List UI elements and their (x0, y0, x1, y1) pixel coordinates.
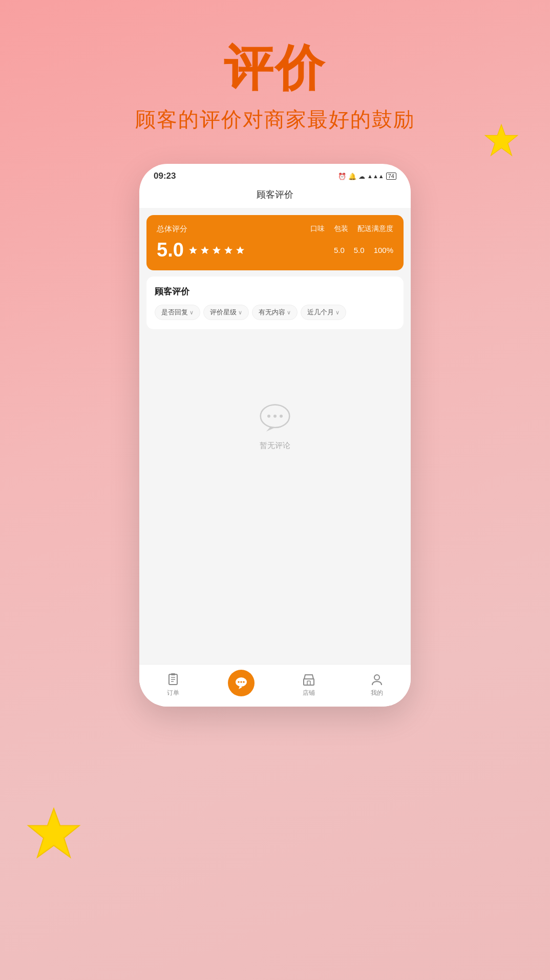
status-bar: 09:23 ⏰ 🔔 ☁ ▲▲▲ 74 (139, 164, 411, 185)
rating-card: 总体评分 口味 包装 配送满意度 5.0 (146, 215, 404, 270)
svg-marker-11 (266, 427, 275, 431)
chevron-down-icon: ∨ (287, 309, 291, 316)
empty-state: 暂无评论 (146, 336, 404, 517)
svg-rect-16 (171, 673, 175, 675)
filter-reply[interactable]: 是否回复 ∨ (155, 305, 200, 320)
rating-values: 5.0 5.0 100% (334, 246, 393, 254)
rating-label: 总体评分 (157, 224, 187, 234)
category-delivery: 配送满意度 (357, 224, 393, 233)
svg-marker-4 (213, 246, 221, 254)
tab-shop-label: 店铺 (303, 689, 315, 697)
reviews-title: 顾客评价 (155, 286, 395, 297)
rating-card-top: 总体评分 口味 包装 配送满意度 (157, 224, 393, 234)
chat-center-button[interactable] (228, 670, 255, 696)
filter-time[interactable]: 近几个月 ∨ (301, 305, 346, 320)
svg-rect-23 (307, 681, 310, 685)
content-spacer (139, 524, 411, 664)
category-packaging: 包装 (334, 224, 348, 233)
phone-content: 总体评分 口味 包装 配送满意度 5.0 (139, 208, 411, 707)
star-3 (211, 245, 222, 255)
profile-icon (370, 672, 384, 687)
star-4 (223, 245, 234, 255)
star-2 (200, 245, 210, 255)
tab-order-label: 订单 (167, 689, 179, 697)
svg-point-24 (374, 675, 379, 680)
filter-content[interactable]: 有无内容 ∨ (252, 305, 298, 320)
taste-value: 5.0 (334, 246, 345, 254)
shop-icon (302, 672, 316, 687)
page-subtitle: 顾客的评价对商家最好的鼓励 (0, 105, 550, 134)
tab-profile-label: 我的 (371, 689, 383, 697)
star-1 (188, 245, 198, 255)
page-title: 评价 (0, 41, 550, 95)
tab-chat-center[interactable] (207, 670, 276, 699)
svg-marker-2 (189, 246, 197, 254)
delivery-value: 100% (374, 246, 393, 254)
rating-categories: 口味 包装 配送满意度 (310, 224, 393, 233)
svg-point-18 (238, 681, 240, 683)
rating-bottom: 5.0 5.0 5.0 100% (157, 239, 393, 261)
svg-marker-0 (485, 125, 518, 156)
tab-shop[interactable]: 店铺 (275, 672, 343, 697)
svg-marker-1 (29, 809, 79, 858)
reviews-section: 顾客评价 是否回复 ∨ 评价星级 ∨ 有无内容 ∨ 近几个月 ∨ (146, 276, 404, 329)
tab-order[interactable]: 订单 (139, 672, 207, 697)
status-icons: ⏰ 🔔 ☁ ▲▲▲ 74 (338, 173, 396, 180)
svg-point-10 (280, 415, 283, 418)
chevron-down-icon: ∨ (335, 309, 340, 316)
svg-rect-22 (304, 679, 314, 685)
svg-marker-6 (236, 246, 244, 254)
chevron-down-icon: ∨ (238, 309, 242, 316)
nav-bar: 顾客评价 (139, 185, 411, 208)
phone-mockup: 09:23 ⏰ 🔔 ☁ ▲▲▲ 74 顾客评价 总体评分 口味 包装 配送满意度 (139, 164, 411, 707)
order-icon (166, 672, 180, 687)
page-header: 评价 顾客的评价对商家最好的鼓励 (0, 0, 550, 134)
tab-bar: 订单 (139, 664, 411, 707)
filter-row: 是否回复 ∨ 评价星级 ∨ 有无内容 ∨ 近几个月 ∨ (155, 305, 395, 320)
svg-point-20 (243, 681, 245, 683)
svg-point-9 (273, 415, 277, 418)
svg-point-8 (267, 415, 270, 418)
chevron-down-icon: ∨ (189, 309, 194, 316)
rating-score-row: 5.0 (157, 239, 245, 261)
decorative-star-top-right (483, 123, 519, 159)
filter-rating[interactable]: 评价星级 ∨ (203, 305, 249, 320)
decorative-star-bottom-left (26, 806, 82, 862)
svg-point-19 (240, 681, 242, 683)
stars (188, 245, 245, 255)
empty-text: 暂无评论 (260, 441, 290, 451)
tab-profile[interactable]: 我的 (343, 672, 411, 697)
rating-score: 5.0 (157, 239, 184, 261)
star-5 (235, 245, 245, 255)
category-taste: 口味 (310, 224, 325, 233)
nav-title: 顾客评价 (257, 189, 293, 200)
svg-marker-3 (201, 246, 209, 254)
chat-bubble-icon (257, 403, 293, 434)
svg-marker-5 (224, 246, 232, 254)
status-time: 09:23 (154, 171, 176, 181)
chat-center-icon (234, 676, 248, 690)
packaging-value: 5.0 (354, 246, 365, 254)
